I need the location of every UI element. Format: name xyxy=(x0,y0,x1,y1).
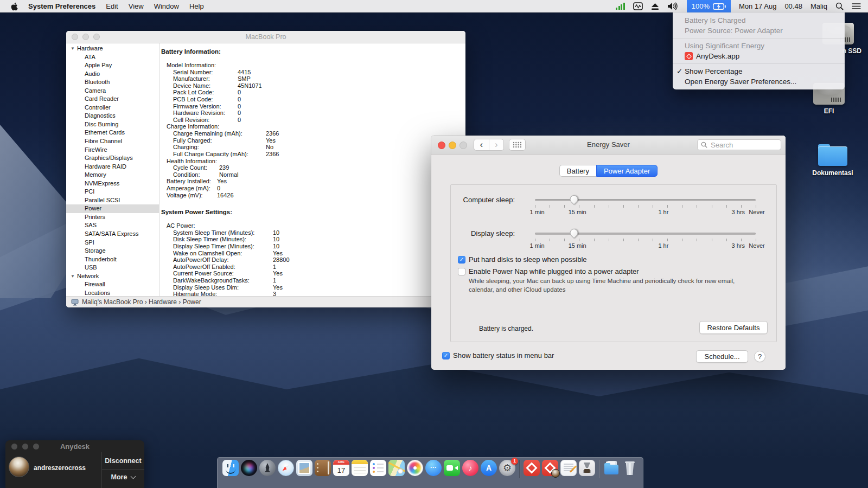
breadcrumb[interactable]: Maliq's MacBook Pro › Hardware › Power xyxy=(82,298,201,306)
desktop-icon-dokumentasi[interactable]: Dokumentasi xyxy=(808,140,857,177)
dock-item-anydesk[interactable] xyxy=(524,460,540,476)
sidebar-item-firewall[interactable]: Firewall xyxy=(66,280,159,289)
sidebar-item-apple-pay[interactable]: Apple Pay xyxy=(66,61,159,70)
menu-view[interactable]: View xyxy=(129,2,144,10)
sidebar-item-hardware[interactable]: ▼Hardware xyxy=(66,44,159,53)
search-field[interactable] xyxy=(697,139,781,150)
slider-thumb[interactable] xyxy=(568,227,579,239)
sidebar-item-memory[interactable]: Memory xyxy=(66,171,159,179)
dock-item-reminders[interactable] xyxy=(370,460,386,476)
menu-help[interactable]: Help xyxy=(189,2,204,10)
dock-item-finder[interactable] xyxy=(222,460,239,476)
sidebar-item-disc-burning[interactable]: Disc Burning xyxy=(66,120,159,129)
dock-item-trash[interactable] xyxy=(622,460,638,476)
disclosure-triangle-icon[interactable]: ▼ xyxy=(71,272,77,281)
sidebar-item-bluetooth[interactable]: Bluetooth xyxy=(66,78,159,87)
anydesk-signal-icon[interactable] xyxy=(616,3,625,10)
sidebar-item-hardware-raid[interactable]: Hardware RAID xyxy=(66,163,159,171)
dock-item-photos[interactable] xyxy=(407,460,423,476)
hard-disks-sleep-checkbox[interactable]: ✓ xyxy=(458,256,465,264)
help-button[interactable]: ? xyxy=(754,351,765,362)
search-input[interactable] xyxy=(710,140,771,150)
sidebar-item-camera[interactable]: Camera xyxy=(66,87,159,95)
disconnect-button[interactable]: Disconnect xyxy=(102,453,144,470)
sidebar-item-ethernet-cards[interactable]: Ethernet Cards xyxy=(66,129,159,137)
dock-item-sysprefs[interactable]: ⚙1 xyxy=(499,460,515,476)
dock-item-maps[interactable] xyxy=(388,460,405,476)
sidebar-item-card-reader[interactable]: Card Reader xyxy=(66,95,159,104)
apple-menu-icon[interactable] xyxy=(11,2,18,11)
sidebar-item-nvmexpress[interactable]: NVMExpress xyxy=(66,179,159,188)
dock-item-messages[interactable]: ··· xyxy=(425,460,442,476)
sidebar-item-firewire[interactable]: FireWire xyxy=(66,146,159,155)
activity-monitor-icon[interactable] xyxy=(633,2,643,10)
info-line: Display Sleep Uses Dim:Yes xyxy=(160,284,465,291)
battery-menubar-item[interactable]: 100% xyxy=(687,0,731,12)
dock-item-anydesk-user[interactable] xyxy=(542,460,558,476)
menu-system-preferences[interactable]: System Preferences xyxy=(28,2,95,10)
sidebar-item-storage[interactable]: Storage xyxy=(66,247,159,255)
dock-item-calendar[interactable]: AUG17 xyxy=(333,460,349,476)
dock-item-siri[interactable] xyxy=(241,460,257,476)
sidebar-item-printers[interactable]: Printers xyxy=(66,213,159,222)
sidebar-item-spi[interactable]: SPI xyxy=(66,239,159,247)
open-energy-saver-item[interactable]: Open Energy Saver Preferences... xyxy=(673,76,845,87)
notification-center-icon[interactable] xyxy=(852,3,861,10)
spotlight-search-icon[interactable] xyxy=(835,2,844,10)
menubar-time[interactable]: 00.48 xyxy=(784,2,802,10)
dock-item-launchpad[interactable] xyxy=(259,460,276,476)
sidebar-item-locations[interactable]: Locations xyxy=(66,289,159,297)
sidebar-item-label: NVMExpress xyxy=(85,180,119,187)
anydesk-app-item[interactable]: AnyDesk.app xyxy=(673,51,845,61)
dock-item-itunes[interactable]: ♪ xyxy=(462,460,478,476)
disclosure-triangle-icon[interactable]: ▼ xyxy=(71,44,77,53)
menubar-user[interactable]: Maliq xyxy=(810,2,827,10)
dock-item-contacts[interactable] xyxy=(315,460,331,476)
sidebar-item-graphics-displays[interactable]: Graphics/Displays xyxy=(66,154,159,163)
dock-item-downloads[interactable] xyxy=(603,460,620,476)
finder-icon xyxy=(222,460,239,476)
significant-energy-header: Using Significant Energy xyxy=(673,41,845,51)
slider-thumb[interactable] xyxy=(568,194,579,205)
dock-item-textedit[interactable] xyxy=(560,460,577,476)
sidebar-item-sata-sata-express[interactable]: SATA/SATA Express xyxy=(66,230,159,239)
restore-defaults-button[interactable]: Restore Defaults xyxy=(699,321,768,334)
slider-tick-labels: 1 min15 min1 hr3 hrsNever xyxy=(535,242,756,250)
sidebar-item-label: Hardware RAID xyxy=(85,163,126,170)
computer-sleep-slider[interactable] xyxy=(535,199,756,201)
dock-item-mail[interactable] xyxy=(296,460,312,476)
sidebar-item-audio[interactable]: Audio xyxy=(66,70,159,79)
display-sleep-slider[interactable] xyxy=(535,233,756,235)
desktop-icon-label: Dokumentasi xyxy=(808,169,857,177)
sidebar-item-sas[interactable]: SAS xyxy=(66,221,159,230)
sidebar-item-ata[interactable]: ATA xyxy=(66,53,159,62)
dock-item-safari[interactable] xyxy=(278,460,294,476)
menu-edit[interactable]: Edit xyxy=(106,2,118,10)
volume-icon[interactable] xyxy=(667,2,679,10)
sidebar-item-controller[interactable]: Controller xyxy=(66,104,159,112)
dock-item-appstore[interactable]: A xyxy=(481,460,497,476)
schedule-button[interactable]: Schedule... xyxy=(696,350,748,363)
tab-battery[interactable]: Battery xyxy=(559,165,596,177)
show-battery-status-checkbox[interactable]: ✓ xyxy=(442,352,450,359)
sidebar-item-diagnostics[interactable]: Diagnostics xyxy=(66,112,159,120)
sidebar-item-fibre-channel[interactable]: Fibre Channel xyxy=(66,137,159,146)
power-nap-checkbox[interactable] xyxy=(458,268,465,275)
sidebar-item-parallel-scsi[interactable]: Parallel SCSI xyxy=(66,196,159,205)
sidebar-item-network[interactable]: ▼Network xyxy=(66,272,159,281)
slider-tick-label: 15 min xyxy=(569,209,586,215)
sidebar-item-pci[interactable]: PCI xyxy=(66,188,159,196)
window-controls[interactable] xyxy=(11,444,39,450)
show-percentage-item[interactable]: ✓Show Percentage xyxy=(673,66,845,76)
menubar-date[interactable]: Mon 17 Aug xyxy=(739,2,776,10)
more-button[interactable]: More xyxy=(102,470,144,485)
dock-item-notes[interactable] xyxy=(352,460,368,476)
dock-item-facetime[interactable] xyxy=(444,460,460,476)
eject-icon[interactable] xyxy=(651,3,659,10)
dock-item-archive[interactable] xyxy=(579,460,595,476)
tab-power-adapter[interactable]: Power Adapter xyxy=(596,165,658,177)
sidebar-item-usb[interactable]: USB xyxy=(66,264,159,272)
menu-window[interactable]: Window xyxy=(154,2,179,10)
sidebar-item-power[interactable]: Power xyxy=(66,204,159,213)
sidebar-item-thunderbolt[interactable]: Thunderbolt xyxy=(66,255,159,264)
